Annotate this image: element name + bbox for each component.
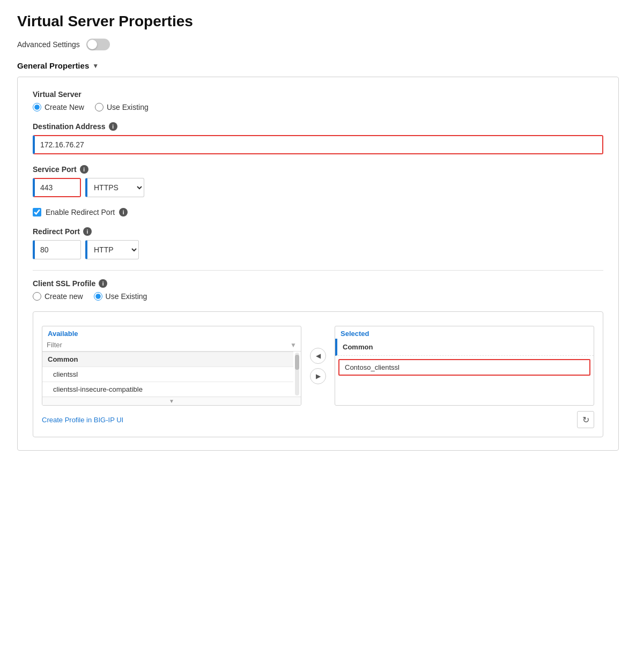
available-list-content: Common clientssl clientssl-insecure-comp… xyxy=(42,352,301,397)
scroll-down-indicator: ▼ xyxy=(42,397,301,405)
arrows-column: ◀ ▶ xyxy=(310,326,326,406)
destination-address-label: Destination Address i xyxy=(33,122,603,131)
virtual-server-use-existing-radio[interactable] xyxy=(95,103,103,111)
redirect-port-protocol-select[interactable]: HTTP HTTPS Other xyxy=(85,240,139,259)
advanced-settings-toggle[interactable] xyxy=(86,39,110,50)
scrollbar-thumb xyxy=(295,355,299,370)
refresh-button[interactable]: ↻ xyxy=(577,411,594,428)
page-title: Virtual Server Properties xyxy=(17,13,619,30)
move-right-button[interactable]: ▶ xyxy=(310,368,326,384)
client-ssl-profile-info-icon[interactable]: i xyxy=(99,279,107,288)
redirect-port-field-group: Redirect Port i HTTP HTTPS Other xyxy=(33,227,603,259)
destination-address-field-group: Destination Address i xyxy=(33,122,603,154)
enable-redirect-port-label: Enable Redirect Port xyxy=(46,208,115,216)
available-group-common: Common xyxy=(42,352,293,367)
move-left-button[interactable]: ◀ xyxy=(310,348,326,364)
virtual-server-create-new-radio[interactable] xyxy=(33,103,41,111)
available-item-clientssl[interactable]: clientssl xyxy=(42,367,293,382)
virtual-server-create-new-label: Create New xyxy=(45,103,84,111)
client-ssl-profile-radio-group: Create new Use Existing xyxy=(33,292,603,301)
dual-list-box-container: Available ▼ Common clientssl clientssl-i… xyxy=(33,311,603,437)
available-item-clientssl-insecure[interactable]: clientssl-insecure-compatible xyxy=(42,382,293,397)
service-port-label: Service Port i xyxy=(33,165,603,174)
chevron-down-icon: ▼ xyxy=(92,62,99,70)
enable-redirect-port-row: Enable Redirect Port i xyxy=(33,208,603,216)
arrow-left-icon: ◀ xyxy=(316,352,321,360)
general-properties-label: General Properties xyxy=(17,61,89,70)
destination-address-input[interactable] xyxy=(33,135,603,154)
available-panel: Available ▼ Common clientssl clientssl-i… xyxy=(42,326,301,406)
client-ssl-create-new-option[interactable]: Create new xyxy=(33,292,83,301)
scrollbar-track xyxy=(295,353,299,395)
filter-row: ▼ xyxy=(42,339,301,352)
virtual-server-label: Virtual Server xyxy=(33,90,603,99)
client-ssl-profile-label: Client SSL Profile i xyxy=(33,279,603,288)
filter-input[interactable] xyxy=(47,341,288,349)
available-panel-label: Available xyxy=(42,326,301,339)
service-port-input[interactable] xyxy=(33,178,81,197)
available-scrollbar xyxy=(294,352,300,397)
redirect-port-label: Redirect Port i xyxy=(33,227,603,236)
service-port-info-icon[interactable]: i xyxy=(80,165,88,174)
service-port-row: HTTPS HTTP Other xyxy=(33,178,603,197)
redirect-port-row: HTTP HTTPS Other xyxy=(33,240,603,259)
client-ssl-use-existing-radio[interactable] xyxy=(94,292,102,301)
scroll-down-icon: ▼ xyxy=(169,398,174,404)
enable-redirect-port-checkbox[interactable] xyxy=(33,208,41,216)
filter-icon: ▼ xyxy=(290,341,297,349)
dual-list-bottom-row: Create Profile in BIG-IP UI ↻ xyxy=(42,411,594,428)
advanced-settings-label: Advanced Settings xyxy=(17,40,80,49)
general-properties-card: Virtual Server Create New Use Existing D… xyxy=(17,77,619,451)
service-port-protocol-select[interactable]: HTTPS HTTP Other xyxy=(85,178,144,197)
create-profile-link[interactable]: Create Profile in BIG-IP UI xyxy=(42,416,123,424)
refresh-icon: ↻ xyxy=(582,415,589,425)
virtual-server-use-existing-option[interactable]: Use Existing xyxy=(95,103,149,111)
virtual-server-use-existing-label: Use Existing xyxy=(107,103,149,111)
selected-item-contoso-clientssl[interactable]: Contoso_clientssl xyxy=(338,359,590,376)
selected-panel: Selected Common Contoso_clientssl xyxy=(335,326,594,406)
general-properties-header[interactable]: General Properties ▼ xyxy=(17,61,619,70)
redirect-port-info-icon[interactable]: i xyxy=(83,227,92,236)
available-list-items: Common clientssl clientssl-insecure-comp… xyxy=(42,352,301,397)
redirect-port-input[interactable] xyxy=(33,240,81,259)
client-ssl-use-existing-option[interactable]: Use Existing xyxy=(94,292,147,301)
advanced-settings-row: Advanced Settings xyxy=(17,39,619,50)
virtual-server-field-group: Virtual Server Create New Use Existing xyxy=(33,90,603,111)
enable-redirect-port-info-icon[interactable]: i xyxy=(119,208,128,216)
client-ssl-create-new-radio[interactable] xyxy=(33,292,41,301)
toggle-knob xyxy=(87,40,97,49)
client-ssl-use-existing-label: Use Existing xyxy=(106,292,147,301)
selected-group-common: Common xyxy=(335,339,594,356)
client-ssl-create-new-label: Create new xyxy=(45,292,83,301)
arrow-right-icon: ▶ xyxy=(316,372,321,380)
destination-address-info-icon[interactable]: i xyxy=(109,122,117,131)
destination-address-input-wrapper xyxy=(33,135,603,154)
virtual-server-create-new-option[interactable]: Create New xyxy=(33,103,84,111)
selected-panel-label: Selected xyxy=(335,326,594,339)
virtual-server-radio-group: Create New Use Existing xyxy=(33,103,603,111)
dual-list-container: Available ▼ Common clientssl clientssl-i… xyxy=(42,326,594,406)
service-port-field-group: Service Port i HTTPS HTTP Other xyxy=(33,165,603,197)
client-ssl-profile-field-group: Client SSL Profile i Create new Use Exis… xyxy=(33,279,603,301)
divider xyxy=(33,270,603,271)
